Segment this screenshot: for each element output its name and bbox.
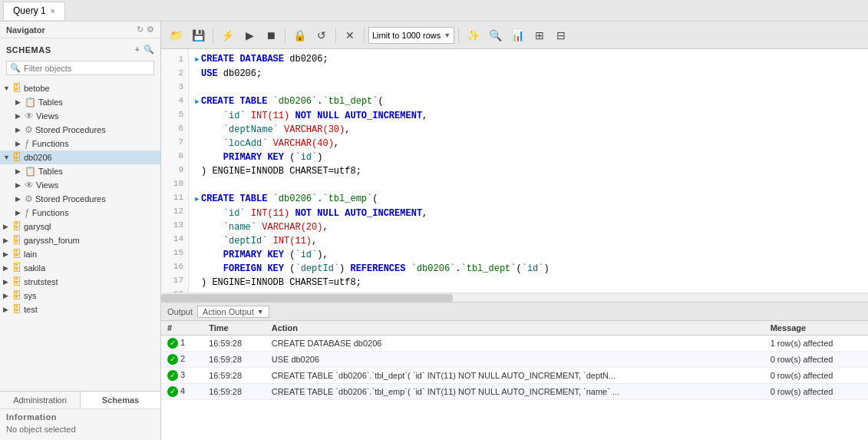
line-num-2: 2 — [161, 66, 188, 80]
tree-node-strutstest[interactable]: ▶ 🗄 strutstest — [0, 275, 160, 289]
info-panel: Information No object selected — [0, 409, 160, 440]
tree-label: garysql — [24, 222, 51, 231]
db-icon: 🗄 — [12, 235, 21, 246]
tree-label: lain — [24, 250, 37, 259]
beautify-button[interactable]: ✨ — [463, 25, 484, 45]
tree-label: Functions — [32, 208, 69, 217]
code-line-15: PRIMARY KEY (`id`), — [195, 248, 862, 262]
tree-node-sys[interactable]: ▶ 🗄 sys — [0, 289, 160, 303]
row-status-3: ✓ 3 — [161, 368, 203, 384]
sidebar: Navigator ↻ ⚙ SCHEMAS + 🔍 🔍 — [0, 22, 161, 440]
schemas-tab[interactable]: Schemas — [81, 392, 160, 409]
options-button[interactable]: ⊟ — [551, 25, 571, 45]
stop-button[interactable]: ⏹ — [261, 25, 281, 45]
line-num-3: 3 — [161, 80, 188, 94]
administration-tab[interactable]: Administration — [0, 392, 81, 409]
tree-node-sakila[interactable]: ▶ 🗄 sakila — [0, 261, 160, 275]
expand-arrow: ▶ — [3, 306, 12, 313]
status-ok-icon: ✓ — [167, 338, 178, 349]
execute-button[interactable]: ⚡ — [217, 25, 238, 45]
folder-icon: 👁 — [25, 180, 34, 190]
tree-node-db0206-functions[interactable]: ▶ ƒ Functions — [12, 206, 160, 220]
output-dropdown[interactable]: Action Output ▼ — [197, 306, 269, 318]
code-content: ►CREATE DATABASE db0206; USE db0206; ►CR… — [189, 49, 868, 293]
output-table: # Time Action Message ✓ 1 16:59:28 — [161, 321, 868, 400]
tree-node-lain[interactable]: ▶ 🗄 lain — [0, 247, 160, 261]
folder-icon: ƒ — [25, 138, 30, 149]
row-status-1: ✓ 1 — [161, 336, 203, 352]
tree-node-db0206-storedproc[interactable]: ▶ ⚙ Stored Procedures — [12, 192, 160, 206]
tree-label: Tables — [38, 167, 63, 176]
more-button[interactable]: ⊞ — [530, 25, 550, 45]
code-line-9: ) ENGINE=INNODB CHARSET=utf8; — [195, 164, 862, 178]
sidebar-bottom-tabs: Administration Schemas — [0, 391, 160, 409]
tree-node-betobe[interactable]: ▼ 🗄 betobe — [0, 81, 160, 95]
output-row-2: ✓ 2 16:59:28 USE db0206 0 row(s) affecte… — [161, 352, 868, 368]
tree-node-betobe-storedproc[interactable]: ▶ ⚙ Stored Procedures — [12, 123, 160, 137]
sidebar-header: Navigator ↻ ⚙ — [0, 22, 160, 38]
tree-node-db0206[interactable]: ▼ 🗄 db0206 — [0, 151, 160, 164]
expand-arrow: ▶ — [3, 237, 12, 244]
output-row-4: ✓ 4 16:59:28 CREATE TABLE `db0206`.`tbl_… — [161, 384, 868, 400]
tree-node-garysql[interactable]: ▶ 🗄 garysql — [0, 220, 160, 233]
status-ok-icon: ✓ — [167, 354, 178, 365]
limit-select[interactable]: Limit to 1000 rows ▼ — [368, 27, 454, 44]
tree-node-betobe-functions[interactable]: ▶ ƒ Functions — [12, 137, 160, 151]
tree-node-db0206-tables[interactable]: ▶ 📋 Tables — [12, 164, 160, 178]
toolbar-sep-5 — [458, 28, 459, 43]
expand-arrow: ▶ — [3, 250, 12, 258]
tab-bar: Query 1 × — [0, 0, 868, 22]
limit-label: Limit to 1000 rows — [372, 31, 441, 40]
schemas-icons: + 🔍 — [135, 45, 154, 55]
content-area: 1 2 3 4 5 6 7 8 9 10 11 12 13 — [161, 49, 868, 440]
expand-arrow-betobe: ▼ — [3, 84, 12, 92]
info-content: No object selected — [6, 422, 154, 437]
tree-node-betobe-tables[interactable]: ▶ 📋 Tables — [12, 95, 160, 109]
search-button[interactable]: 🔍 — [485, 25, 506, 45]
tree-node-db0206-views[interactable]: ▶ 👁 Views — [12, 178, 160, 192]
query-editor[interactable]: 1 2 3 4 5 6 7 8 9 10 11 12 13 — [161, 49, 868, 293]
open-file-button[interactable]: 📁 — [166, 25, 186, 45]
settings-icon[interactable]: ⚙ — [147, 25, 154, 35]
code-line-12: `id` INT(11) NOT NULL AUTO_INCREMENT, — [195, 207, 862, 220]
folder-icon: ⚙ — [25, 194, 33, 204]
refresh-icon[interactable]: ↻ — [137, 25, 144, 35]
dropdown-arrow-icon: ▼ — [257, 308, 264, 316]
row-message-4: 0 row(s) affected — [764, 384, 868, 400]
marker-11: ► — [195, 193, 201, 207]
tree-node-test[interactable]: ▶ 🗄 test — [0, 303, 160, 316]
cancel-button[interactable]: ✕ — [340, 25, 360, 45]
execute-selection-button[interactable]: ▶ — [239, 25, 259, 45]
db-icon: 🗄 — [12, 290, 21, 301]
code-line-16: FOREIGN KEY (`deptId`) REFERENCES `db020… — [195, 262, 862, 276]
toolbar-sep-3 — [335, 28, 336, 43]
line-num-4: 4 — [161, 94, 188, 108]
filter-input[interactable] — [24, 64, 150, 73]
line-num-10: 10 — [161, 177, 188, 190]
folder-icon: ƒ — [25, 207, 30, 218]
rollback-button[interactable]: ↺ — [312, 25, 332, 45]
commit-button[interactable]: 🔒 — [289, 25, 310, 45]
save-button[interactable]: 💾 — [188, 25, 209, 45]
expand-arrow: ▶ — [15, 98, 25, 106]
tree-node-garyssh[interactable]: ▶ 🗄 garyssh_forum — [0, 233, 160, 247]
visual-explain-button[interactable]: 📊 — [507, 25, 528, 45]
add-schema-icon[interactable]: + — [135, 45, 140, 55]
tab-close-icon[interactable]: × — [51, 7, 55, 15]
db-icon: 🗄 — [12, 221, 21, 232]
row-time-1: 16:59:28 — [203, 336, 265, 352]
expand-arrow: ▶ — [3, 278, 12, 286]
tree-label: Functions — [32, 139, 69, 148]
output-row-3: ✓ 3 16:59:28 CREATE TABLE `db0206`.`tbl_… — [161, 368, 868, 384]
line-num-15: 15 — [161, 246, 188, 260]
search-schema-icon[interactable]: 🔍 — [144, 45, 155, 55]
tree-node-betobe-views[interactable]: ▶ 👁 Views — [12, 109, 160, 123]
folder-icon: 📋 — [25, 166, 36, 177]
schemas-label: SCHEMAS + 🔍 — [0, 41, 160, 58]
scrollbar-thumb[interactable] — [161, 294, 453, 302]
query-tab[interactable]: Query 1 × — [3, 2, 65, 20]
col-message: Message — [764, 321, 868, 336]
output-table-container: # Time Action Message ✓ 1 16:59:28 — [161, 321, 868, 440]
horizontal-scrollbar[interactable] — [161, 293, 868, 302]
tree-label: test — [24, 305, 38, 314]
